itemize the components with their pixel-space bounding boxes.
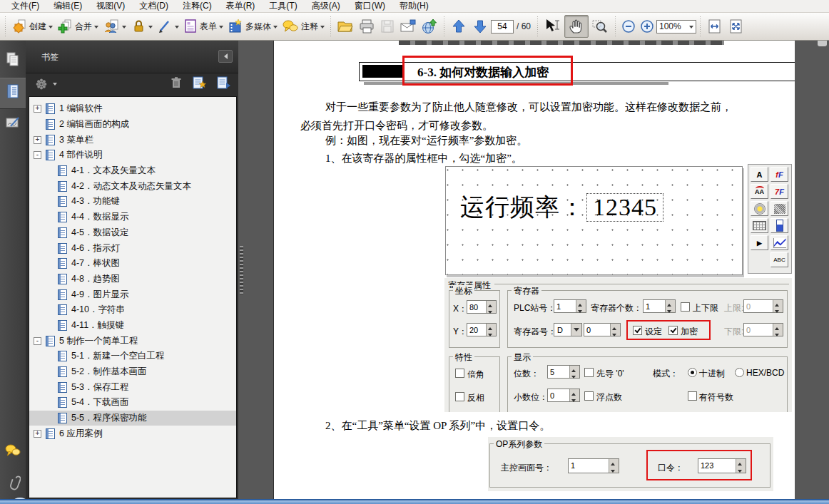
page-number-input[interactable] bbox=[491, 20, 514, 34]
expand-bookmark-button[interactable] bbox=[215, 76, 231, 93]
tree-expander[interactable]: + bbox=[34, 105, 41, 113]
toolbar-separator bbox=[442, 16, 446, 36]
bookmark-item[interactable]: 4-2．动态文本及动态矢量文本 bbox=[29, 178, 236, 194]
comments-panel-button[interactable] bbox=[0, 437, 26, 467]
select-tool-button[interactable] bbox=[541, 16, 564, 37]
menu-item[interactable]: 文档(D) bbox=[132, 0, 176, 13]
multimedia-button[interactable]: 多媒体 bbox=[225, 16, 280, 37]
zoom-out-button[interactable] bbox=[619, 16, 638, 37]
bookmark-item[interactable]: 5-1．新建一个空白工程 bbox=[29, 349, 236, 364]
bookmark-item[interactable]: 5-4．下载画面 bbox=[29, 395, 236, 411]
bookmark-item[interactable]: 4-4．数据显示 bbox=[29, 210, 236, 225]
comments-label: 注释 bbox=[301, 21, 318, 33]
menu-item[interactable]: 编辑(E) bbox=[46, 0, 89, 13]
lower-label: 下限: bbox=[724, 326, 743, 338]
paperclip-icon bbox=[5, 475, 21, 495]
zoom-marquee-button[interactable] bbox=[589, 16, 611, 37]
bookmark-item[interactable]: 5-2．制作基本画面 bbox=[29, 364, 236, 380]
bookmark-item[interactable]: -5 制作一个简单工程 bbox=[29, 333, 236, 349]
options-gear-icon bbox=[35, 77, 51, 91]
previous-page-button[interactable] bbox=[448, 16, 469, 37]
bookmark-item[interactable]: +6 应用案例 bbox=[29, 426, 236, 441]
menu-item[interactable]: 高级(A) bbox=[305, 0, 347, 13]
tree-expander[interactable]: + bbox=[34, 430, 41, 438]
bookmark-item[interactable]: +3 菜单栏 bbox=[29, 132, 236, 148]
bookmark-item[interactable]: 4-3．功能键 bbox=[29, 194, 236, 210]
attachments-panel-button[interactable] bbox=[0, 470, 26, 500]
canvas-text: 运行频率： 12345 bbox=[460, 191, 663, 224]
bookmark-item[interactable]: 4-1．文本及矢量文本 bbox=[29, 163, 236, 179]
sign-button[interactable] bbox=[155, 16, 181, 37]
canvas-value: 12345 bbox=[586, 193, 663, 222]
bookmark-item[interactable]: 5-3．保存工程 bbox=[29, 379, 236, 395]
charact-group: 特性 倍角 反相 bbox=[449, 356, 500, 412]
collaborate-button[interactable] bbox=[101, 16, 128, 37]
open-button[interactable] bbox=[335, 16, 356, 37]
fit-page-button[interactable] bbox=[726, 16, 747, 37]
pages-panel-button[interactable] bbox=[0, 46, 26, 76]
menu-item[interactable]: 视图(V) bbox=[89, 0, 132, 13]
signatures-panel-button[interactable] bbox=[0, 109, 26, 139]
upload-button[interactable] bbox=[419, 16, 440, 37]
bookmark-item[interactable]: 4-9．图片显示 bbox=[29, 287, 236, 302]
bookmark-item[interactable]: 2 编辑画面的构成 bbox=[29, 117, 236, 133]
panel-splitter-grip[interactable] bbox=[240, 246, 245, 294]
save-button[interactable] bbox=[377, 16, 397, 37]
signature-icon bbox=[4, 115, 21, 133]
bookmark-page-icon bbox=[58, 320, 67, 331]
tree-expander[interactable]: - bbox=[34, 151, 41, 159]
email-button[interactable] bbox=[397, 16, 419, 37]
menu-item[interactable]: 表单(R) bbox=[219, 0, 263, 13]
delete-bookmark-button[interactable] bbox=[170, 76, 183, 93]
bookmark-item[interactable]: -4 部件说明 bbox=[29, 148, 236, 163]
fit-page-icon bbox=[728, 18, 745, 35]
zoom-in-button[interactable] bbox=[638, 16, 656, 37]
fit-width-icon bbox=[706, 18, 723, 35]
menu-item[interactable]: 文件(F) bbox=[4, 0, 46, 13]
bookmark-item[interactable]: 4-7．棒状图 bbox=[29, 256, 236, 272]
bookmark-item[interactable]: 4-5．数据设定 bbox=[29, 225, 236, 241]
menu-item[interactable]: 工具(T) bbox=[262, 0, 304, 13]
pen-icon bbox=[157, 19, 173, 34]
zoom-level-select[interactable]: 100% bbox=[656, 20, 696, 34]
bookmark-page-icon bbox=[58, 413, 67, 423]
comment-button[interactable]: 注释 bbox=[280, 16, 327, 37]
menu-item[interactable]: 帮助(H) bbox=[392, 0, 436, 13]
document-viewport[interactable]: 6-3. 如何对数据输入加密 对于一些重要参数为了防止他人随意修改，可以设置加密… bbox=[238, 41, 829, 499]
bookmark-item[interactable]: +1 编辑软件 bbox=[29, 101, 236, 117]
bookmark-page-icon bbox=[46, 119, 55, 130]
menu-item[interactable]: 窗口(W) bbox=[347, 0, 392, 13]
bookmark-item[interactable]: 4-11．触摸键 bbox=[29, 318, 236, 334]
new-bookmark-button[interactable] bbox=[191, 76, 207, 93]
bookmark-item[interactable]: 4-10．字符串 bbox=[29, 302, 236, 318]
tree-expander[interactable]: - bbox=[34, 337, 41, 345]
bookmark-item[interactable]: 4-6．指示灯 bbox=[29, 240, 236, 256]
bookmark-options-button[interactable] bbox=[33, 76, 59, 93]
hand-tool-button[interactable] bbox=[564, 15, 589, 38]
bookmark-page-icon bbox=[58, 227, 67, 238]
set-label: 设定 bbox=[645, 326, 662, 338]
bookmarks-panel-button[interactable] bbox=[0, 78, 26, 109]
bookmark-label: 5-5．程序保密功能 bbox=[71, 412, 147, 424]
signed-checkbox bbox=[688, 391, 697, 401]
security-button[interactable] bbox=[128, 16, 155, 37]
y-label: Y： bbox=[453, 326, 467, 338]
encrypt-checkbox bbox=[668, 326, 678, 335]
fit-width-button[interactable] bbox=[704, 16, 726, 37]
create-button[interactable]: 创建 bbox=[9, 16, 55, 37]
menu-item[interactable]: 注释(C) bbox=[176, 0, 219, 13]
bookmark-item[interactable]: 4-8．趋势图 bbox=[29, 272, 236, 287]
forms-button[interactable]: 表单 bbox=[181, 16, 225, 37]
combine-button[interactable]: 合并 bbox=[55, 16, 101, 37]
digits-label: 位数： bbox=[514, 368, 539, 380]
scrollbar-thumb[interactable] bbox=[818, 41, 827, 46]
next-page-button[interactable] bbox=[469, 16, 491, 37]
bookmark-page-icon bbox=[46, 103, 55, 114]
printer-icon bbox=[358, 19, 375, 34]
tree-expander[interactable]: + bbox=[34, 136, 41, 144]
print-button[interactable] bbox=[356, 16, 377, 37]
bookmark-item[interactable]: 5-5．程序保密功能 bbox=[29, 411, 236, 426]
data-set-tool-icon bbox=[770, 218, 788, 233]
collapse-panel-button[interactable] bbox=[218, 50, 233, 63]
globe-upload-icon bbox=[421, 19, 438, 34]
